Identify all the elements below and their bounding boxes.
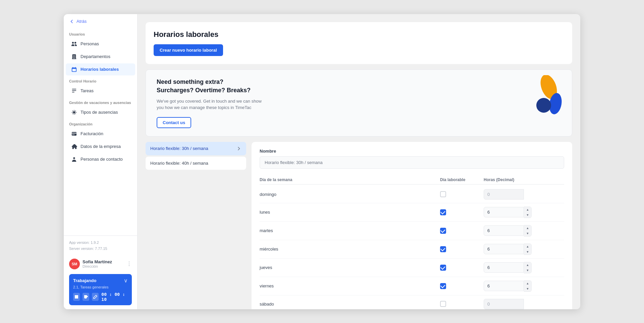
sidebar-label-personas: Personas [80,41,99,46]
day-name-1: lunes [260,210,440,215]
create-schedule-button[interactable]: Crear nuevo horario laboral [154,44,223,56]
table-row: miércoles ▲ ▼ [260,240,564,259]
hours-input-5: ▲ ▼ [484,280,551,292]
sidebar-bottom: App version: 1.9.2 Server version: 7.77.… [64,235,137,309]
section-org: Organización [64,119,137,127]
schedule-item-0[interactable]: Horario flexible: 30h / semana [146,142,246,155]
working-label: Trabajando [73,278,96,283]
chevron-right-icon-0 [236,146,241,151]
section-control: Control Horario [64,76,137,85]
svg-point-3 [536,98,551,113]
schedules-layout: Horario flexible: 30h / semana Horario f… [146,142,572,309]
spin-up-2[interactable]: ▲ [524,225,531,231]
sidebar-item-departamentos[interactable]: Departamentos [66,51,135,63]
spin-up-1[interactable]: ▲ [524,207,531,212]
working-sub: 2.1, Tareas generales [73,285,128,289]
working-controls: 00 : 00 : 10 [73,292,128,302]
back-button[interactable]: Atrás [64,14,137,29]
sidebar-item-facturacion[interactable]: Facturación [66,128,135,140]
checkbox-4[interactable] [440,265,446,271]
edit-button[interactable] [92,293,99,301]
user-row: SM Sofia Martínez Dirección ⋮ [69,256,132,272]
day-name-5: viernes [260,283,440,288]
sidebar-item-contacto[interactable]: Personas de contacto [66,153,135,165]
user-role: Dirección [83,264,112,268]
spin-up-4[interactable]: ▲ [524,262,531,268]
contact-us-button[interactable]: Contact us [157,117,191,128]
col-workday: Día laborable [440,177,484,182]
hours-field-4[interactable] [484,262,524,273]
home-icon [71,144,77,150]
checkbox-2[interactable] [440,228,446,234]
day-name-2: martes [260,228,440,233]
building-icon [71,54,77,60]
hours-field-3[interactable] [484,244,524,254]
checkbox-1[interactable] [440,209,446,215]
detail-name-input[interactable] [260,156,564,169]
checkbox-wrap-2 [440,228,484,234]
promo-decoration [524,75,564,115]
sidebar: Atrás Usuarios Personas Departamentos Ho… [64,14,138,309]
sidebar-label-ausencias: Tipos de ausencias [80,110,118,115]
sun-icon [71,109,77,115]
sidebar-item-personas[interactable]: Personas [66,38,135,50]
table-row: jueves ▲ ▼ [260,259,564,277]
sidebar-label-contacto: Personas de contacto [80,157,123,162]
calendar-icon [71,66,77,72]
sidebar-item-empresa[interactable]: Datos de la empresa [66,141,135,153]
sidebar-item-horarios[interactable]: Horarios laborales [66,63,135,75]
spin-down-3[interactable]: ▼ [524,249,531,255]
hours-spinners-3: ▲ ▼ [524,244,532,255]
promo-text: Need something extra?Surcharges? Overtim… [157,78,264,128]
spin-up-3[interactable]: ▲ [524,244,531,249]
stop-icon [74,294,79,299]
spin-down-2[interactable]: ▼ [524,231,531,236]
checkbox-wrap-1 [440,209,484,215]
checkbox-wrap-6 [440,301,484,307]
sidebar-item-ausencias[interactable]: Tipos de ausencias [66,106,135,118]
detail-card: Nombre Día de la semana Día laborable Ho… [252,142,572,309]
sidebar-label-empresa: Datos de la empresa [80,144,121,149]
server-version: Server version: 7.77.15 [69,246,132,252]
hours-input-4: ▲ ▼ [484,262,551,273]
table-row: domingo [260,186,564,203]
hours-field-1[interactable] [484,207,524,217]
version-info: App version: 1.9.2 Server version: 7.77.… [69,240,132,252]
hours-field-6 [484,299,524,309]
schedule-label-1: Horario flexible: 40h / semana [150,161,208,166]
app-version: App version: 1.9.2 [69,240,132,246]
spin-down-1[interactable]: ▼ [524,212,531,218]
checkbox-5[interactable] [440,283,446,289]
col-day: Día de la semana [260,177,440,182]
schedule-item-1[interactable]: Horario flexible: 40h / semana [146,157,246,170]
promo-graphic [524,75,564,115]
day-name-3: miércoles [260,247,440,252]
col-hours: Horas (Decimal) [484,177,551,182]
coffee-button[interactable] [83,293,89,301]
svg-rect-0 [75,295,78,299]
hours-spinners-1: ▲ ▼ [524,207,532,218]
schedule-label-0: Horario flexible: 30h / semana [150,146,208,151]
hours-field-5[interactable] [484,281,524,291]
hours-field-2[interactable] [484,225,524,236]
checkbox-6[interactable] [440,301,446,307]
spin-down-4[interactable]: ▼ [524,268,531,273]
stop-button[interactable] [73,293,80,301]
sidebar-item-tareas[interactable]: Tareas [66,85,135,97]
user-menu-button[interactable]: ⋮ [126,261,132,267]
chevron-left-icon [69,19,74,24]
schedule-detail: Nombre Día de la semana Día laborable Ho… [252,142,572,309]
spin-down-5[interactable]: ▼ [524,286,531,291]
promo-body: We've got you covered. Get in touch and … [157,98,264,111]
spin-up-5[interactable]: ▲ [524,281,531,286]
checkbox-0[interactable] [440,191,446,197]
hours-input-1: ▲ ▼ [484,207,551,218]
hours-spinners-2: ▲ ▼ [524,225,532,236]
page-title: Horarios laborales [154,30,564,39]
checkbox-3[interactable] [440,246,446,252]
avatar: SM [69,259,80,269]
working-chevron-icon[interactable]: ∨ [124,277,128,284]
checkbox-wrap-4 [440,265,484,271]
user-info: Sofia Martínez Dirección [83,259,112,268]
table-row: viernes ▲ ▼ [260,277,564,295]
